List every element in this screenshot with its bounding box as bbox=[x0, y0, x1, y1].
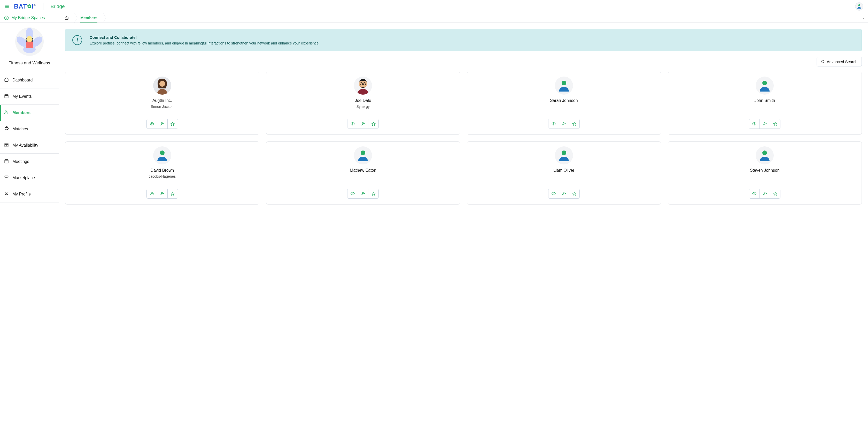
eye-icon bbox=[150, 192, 154, 196]
info-icon: i bbox=[72, 35, 83, 45]
add-member-button[interactable] bbox=[157, 189, 167, 198]
member-card: David BrownJacobs-Hagenes bbox=[65, 141, 259, 205]
sidebar-item-my-profile[interactable]: My Profile bbox=[0, 186, 59, 202]
sidebar-item-label: My Profile bbox=[12, 192, 31, 197]
collapse-panel-button[interactable] bbox=[858, 13, 868, 23]
app-name[interactable]: Bridge bbox=[51, 4, 65, 9]
sidebar-item-members[interactable]: Members bbox=[0, 105, 59, 121]
brand-name: BAT✿I® bbox=[14, 3, 36, 10]
sidebar-nav: DashboardMy EventsMembersMatchesMy Avail… bbox=[0, 72, 59, 202]
star-icon bbox=[170, 122, 175, 126]
svg-point-76 bbox=[764, 193, 765, 194]
view-member-button[interactable] bbox=[549, 119, 559, 128]
member-name: John Smith bbox=[754, 98, 775, 103]
home-icon bbox=[65, 16, 69, 20]
toolbar: Advanced Search bbox=[65, 57, 862, 66]
svg-point-68 bbox=[562, 150, 566, 155]
sidebar-item-label: Meetings bbox=[12, 159, 29, 164]
menu-toggle-button[interactable] bbox=[5, 4, 9, 9]
sidebar-item-meetings[interactable]: Meetings bbox=[0, 154, 59, 170]
member-avatar bbox=[755, 146, 774, 165]
sidebar-item-my-events[interactable]: My Events bbox=[0, 88, 59, 105]
svg-point-75 bbox=[754, 193, 755, 194]
member-avatar bbox=[153, 146, 171, 165]
sidebar-item-dashboard[interactable]: Dashboard bbox=[0, 72, 59, 88]
member-card: Liam Oliver bbox=[467, 141, 661, 205]
svg-point-31 bbox=[161, 122, 162, 124]
favorite-member-button[interactable] bbox=[167, 119, 178, 128]
svg-rect-14 bbox=[5, 94, 8, 98]
member-subtitle: Jacobs-Hagenes bbox=[149, 174, 176, 179]
svg-point-25 bbox=[821, 60, 824, 63]
user-icon bbox=[857, 4, 862, 9]
member-avatar bbox=[354, 77, 372, 95]
add-member-button[interactable] bbox=[358, 119, 368, 128]
eye-icon bbox=[350, 192, 355, 196]
favorite-member-button[interactable] bbox=[569, 119, 580, 128]
svg-marker-49 bbox=[573, 122, 576, 125]
view-member-button[interactable] bbox=[749, 119, 760, 128]
favorite-member-button[interactable] bbox=[770, 119, 780, 128]
svg-point-45 bbox=[553, 123, 554, 124]
member-actions bbox=[347, 119, 379, 129]
svg-marker-61 bbox=[171, 192, 175, 195]
svg-point-22 bbox=[6, 192, 7, 194]
breadcrumb-separator bbox=[103, 13, 106, 23]
add-member-button[interactable] bbox=[358, 189, 368, 198]
advanced-search-button[interactable]: Advanced Search bbox=[816, 57, 862, 66]
brand-logo[interactable]: BAT✿I® bbox=[14, 3, 36, 10]
svg-point-17 bbox=[7, 111, 8, 113]
view-member-button[interactable] bbox=[347, 119, 358, 128]
add-member-button[interactable] bbox=[559, 189, 569, 198]
add-member-button[interactable] bbox=[760, 189, 770, 198]
sidebar-item-matches[interactable]: Matches bbox=[0, 121, 59, 137]
breadcrumb-members[interactable]: Members bbox=[75, 13, 103, 23]
member-actions bbox=[347, 189, 379, 199]
view-member-button[interactable] bbox=[147, 189, 157, 198]
member-actions bbox=[548, 119, 580, 129]
add-member-button[interactable] bbox=[157, 119, 167, 128]
svg-point-58 bbox=[161, 193, 162, 194]
member-actions bbox=[749, 119, 780, 129]
sidebar-item-label: My Events bbox=[12, 94, 32, 99]
eye-icon bbox=[752, 122, 756, 126]
svg-point-57 bbox=[151, 193, 152, 194]
user-avatar-button[interactable] bbox=[855, 2, 863, 10]
view-member-button[interactable] bbox=[749, 189, 760, 198]
space-avatar bbox=[15, 27, 44, 56]
svg-marker-55 bbox=[773, 122, 777, 125]
sidebar-item-marketplace[interactable]: Marketplace bbox=[0, 170, 59, 186]
eye-icon bbox=[552, 122, 556, 126]
member-subtitle: Simon Jacson bbox=[151, 105, 174, 109]
svg-marker-34 bbox=[171, 122, 175, 125]
user-plus-icon bbox=[160, 192, 164, 196]
star-icon bbox=[371, 192, 376, 196]
view-member-button[interactable] bbox=[147, 119, 157, 128]
favorite-member-button[interactable] bbox=[569, 189, 580, 198]
svg-point-63 bbox=[352, 193, 353, 194]
member-card: Sarah Johnson bbox=[467, 71, 661, 135]
favorite-member-button[interactable] bbox=[368, 119, 378, 128]
user-plus-icon bbox=[562, 122, 566, 126]
svg-marker-43 bbox=[372, 122, 375, 125]
calendar-check-icon bbox=[4, 143, 9, 148]
member-card: Augthi Inc.Simon Jacson bbox=[65, 71, 259, 135]
breadcrumb-home[interactable] bbox=[59, 13, 74, 23]
content-area: i Connect and Collaborate! Explore profi… bbox=[59, 23, 868, 437]
favorite-member-button[interactable] bbox=[770, 189, 780, 198]
add-member-button[interactable] bbox=[760, 119, 770, 128]
sidebar-item-label: Marketplace bbox=[12, 176, 35, 180]
user-plus-icon bbox=[361, 122, 365, 126]
user-plus-icon bbox=[160, 122, 164, 126]
back-to-spaces-link[interactable]: My Bridge Spaces bbox=[0, 13, 59, 23]
view-member-button[interactable] bbox=[549, 189, 559, 198]
member-actions bbox=[147, 189, 178, 199]
sidebar-item-my-availability[interactable]: My Availability bbox=[0, 137, 59, 154]
view-member-button[interactable] bbox=[347, 189, 358, 198]
favorite-member-button[interactable] bbox=[368, 189, 378, 198]
svg-point-50 bbox=[762, 81, 767, 85]
users-icon bbox=[4, 110, 9, 116]
add-member-button[interactable] bbox=[559, 119, 569, 128]
svg-marker-79 bbox=[773, 192, 777, 195]
favorite-member-button[interactable] bbox=[167, 189, 178, 198]
